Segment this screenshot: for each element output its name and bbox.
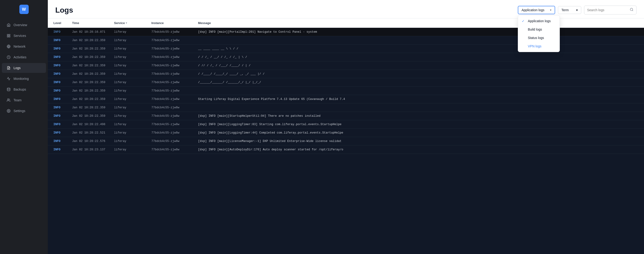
cell-message: [dxp] INFO [main][AutoDeployDir:176] Aut… <box>198 148 638 151</box>
dropdown-option-status[interactable]: ✓ Status logs <box>518 34 560 42</box>
cell-level: INFO <box>54 89 72 92</box>
table-row: INFO Jan 02 10:28:22.521 liferay 77bdcb4… <box>48 129 644 137</box>
search-container <box>584 6 636 15</box>
cell-instance: 77bdcb4c55-zjw8w <box>152 98 198 101</box>
log-type-dropdown-button[interactable]: Application logs ▾ <box>518 6 555 14</box>
cell-message: [dxp] INFO [main][LoggingTimer:83] Start… <box>198 123 638 126</box>
svg-rect-3 <box>7 36 8 37</box>
table-row: INFO Jan 02 10:28:22.359 liferay 77bdcb4… <box>48 87 644 95</box>
table-row: INFO Jan 02 10:28:23.137 liferay 77bdcb4… <box>48 145 644 154</box>
svg-point-12 <box>630 8 633 11</box>
col-header-message: Message <box>198 21 638 25</box>
sidebar-item-logs[interactable]: Logs <box>2 63 46 73</box>
cell-level: INFO <box>54 56 72 59</box>
svg-point-11 <box>8 110 9 111</box>
sidebar-item-settings[interactable]: Settings <box>2 106 46 116</box>
cell-service: liferay <box>114 30 152 34</box>
cell-service: liferay <box>114 98 152 101</box>
term-dropdown-button[interactable]: Term ▾ <box>558 6 581 14</box>
cell-time: Jan 02 10:28:22.359 <box>72 56 114 59</box>
cell-level: INFO <box>54 64 72 67</box>
sidebar-item-network[interactable]: Network <box>2 42 46 51</box>
cell-time: Jan 02 10:28:22.359 <box>72 114 114 118</box>
sidebar-item-backups[interactable]: Backups <box>2 85 46 94</box>
cell-level: INFO <box>54 47 72 51</box>
cell-service: liferay <box>114 81 152 84</box>
cell-time: Jan 02 10:28:22.359 <box>72 72 114 76</box>
cell-level: INFO <box>54 98 72 101</box>
dropdown-option-application[interactable]: ✓ Application logs <box>518 17 560 25</box>
col-header-service[interactable]: Service ▾ <box>114 21 152 25</box>
cell-time: Jan 02 10:28:23.137 <box>72 148 114 151</box>
cell-message: /______/______/ /______/_/ |_/ |_/_/ <box>198 81 638 84</box>
svg-rect-1 <box>9 34 10 36</box>
cell-message: Starting Liferay Digital Experience Plat… <box>198 98 638 101</box>
users-icon <box>6 98 11 102</box>
cell-time: Jan 02 10:28:22.359 <box>72 89 114 92</box>
table-row: INFO Jan 02 10:28:22.359 liferay 77bdcb4… <box>48 112 644 120</box>
cell-message: [dxp] INFO [main][StartupHelperUtil:94] … <box>198 114 638 118</box>
col-header-instance: Instance <box>152 21 198 25</box>
table-row: INFO Jan 02 10:28:22.359 liferay 77bdcb4… <box>48 70 644 78</box>
cell-level: INFO <box>54 72 72 76</box>
cell-instance: 77bdcb4c55-zjw8w <box>152 72 198 76</box>
cell-instance: 77bdcb4c55-zjw8w <box>152 47 198 51</box>
sidebar-item-overview[interactable]: Overview <box>2 20 46 30</box>
sidebar-logo: W <box>19 5 29 14</box>
page-title: Logs <box>55 6 73 15</box>
table-row: INFO Jan 02 10:28:22.498 liferay 77bdcb4… <box>48 120 644 129</box>
cell-service: liferay <box>114 114 152 118</box>
cell-service: liferay <box>114 39 152 42</box>
sidebar-label-network: Network <box>14 45 26 48</box>
cell-level: INFO <box>54 106 72 109</box>
sidebar-label-services: Services <box>14 34 26 38</box>
cell-service: liferay <box>114 131 152 134</box>
cell-level: INFO <box>54 131 72 134</box>
cell-instance: 77bdcb4c55-zjw8w <box>152 81 198 84</box>
sidebar: W Overview Services Network Activities L… <box>0 0 48 254</box>
cell-instance: 77bdcb4c55-zjw8w <box>152 30 198 34</box>
cell-instance: 77bdcb4c55-zjw8w <box>152 140 198 143</box>
search-input[interactable] <box>587 8 628 12</box>
table-row: INFO Jan 02 10:28:22.359 liferay 77bdcb4… <box>48 78 644 87</box>
sidebar-item-team[interactable]: Team <box>2 95 46 105</box>
sidebar-label-backups: Backups <box>14 88 26 91</box>
cell-instance: 77bdcb4c55-zjw8w <box>152 123 198 126</box>
file-text-icon <box>6 66 11 70</box>
cell-time: Jan 02 10:28:16.071 <box>72 30 114 34</box>
cell-level: INFO <box>54 39 72 42</box>
cell-service: liferay <box>114 89 152 92</box>
dropdown-option-build[interactable]: ✓ Build logs <box>518 25 560 34</box>
dropdown-option-vpn[interactable]: ✓ VPN logs <box>518 42 560 51</box>
svg-rect-0 <box>7 34 8 36</box>
cell-level: INFO <box>54 30 72 34</box>
cell-time: Jan 02 10:28:22.359 <box>72 98 114 101</box>
cell-level: INFO <box>54 81 72 84</box>
cell-service: liferay <box>114 148 152 151</box>
sidebar-item-services[interactable]: Services <box>2 31 46 41</box>
cell-level: INFO <box>54 123 72 126</box>
cell-message: __ ____ ____ __ \ \ / / <box>198 47 638 51</box>
chevron-down-icon: ▾ <box>550 9 552 12</box>
chart-icon <box>6 77 11 81</box>
cell-time: Jan 02 10:28:22.498 <box>72 123 114 126</box>
cell-service: liferay <box>114 56 152 59</box>
cell-time: Jan 02 10:28:22.521 <box>72 131 114 134</box>
sidebar-item-activities[interactable]: Activities <box>2 52 46 62</box>
cell-time: Jan 02 10:28:22.359 <box>72 39 114 42</box>
sidebar-item-monitoring[interactable]: Monitoring <box>2 74 46 84</box>
cell-instance: 77bdcb4c55-zjw8w <box>152 106 198 109</box>
cell-level: INFO <box>54 114 72 118</box>
cell-instance: 77bdcb4c55-zjw8w <box>152 56 198 59</box>
sidebar-label-overview: Overview <box>14 23 27 27</box>
col-header-time: Time <box>72 21 114 25</box>
check-icon: ✓ <box>522 19 526 23</box>
table-row: INFO Jan 02 10:28:22.359 liferay 77bdcb4… <box>48 53 644 61</box>
home-icon <box>6 23 11 27</box>
cell-message: [dxp] INFO [main][PortalImpl:201] Naviga… <box>198 30 638 34</box>
dropdown-option-build-label: Build logs <box>528 28 542 31</box>
globe-icon <box>6 44 11 49</box>
svg-rect-2 <box>9 36 10 37</box>
sidebar-label-team: Team <box>14 98 22 102</box>
cell-time: Jan 02 10:28:22.359 <box>72 64 114 67</box>
